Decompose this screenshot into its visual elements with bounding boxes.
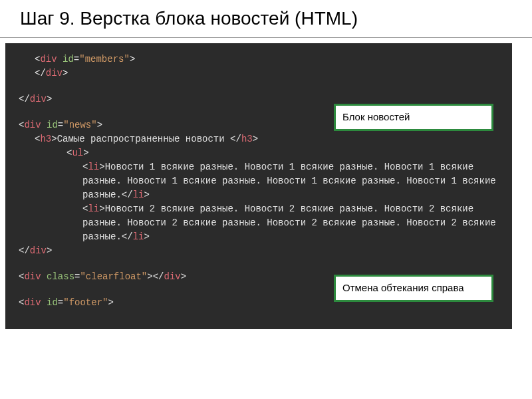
callout-clearfloat: Отмена обтекания справа [334,275,493,302]
code-line-li1: <li>Новости 1 всякие разные. Новости 1 в… [19,160,499,202]
code-line-news-close: </div> [19,244,499,258]
code-line: </div> [19,66,499,80]
h3-text: Самые распространенные новости [57,134,230,144]
code-line-h3: <h3>Самые распространенные новости </h3> [19,132,499,146]
blank-line [19,80,499,92]
code-line-ul: <ul> [19,146,499,160]
callout-news-block: Блок новостей [334,104,493,131]
title-bar: Шаг 9. Верстка блока новостей (HTML) [0,0,532,38]
code-line-li2: <li>Новости 2 всякие разные. Новости 2 в… [19,202,499,244]
code-editor: <div id="members"> </div> </div> <div id… [5,43,512,329]
slide-container: Шаг 9. Верстка блока новостей (HTML) <di… [0,0,532,399]
slide-title: Шаг 9. Верстка блока новостей (HTML) [20,8,512,29]
blank-line [19,258,499,270]
code-line: <div id="members"> [19,53,499,66]
